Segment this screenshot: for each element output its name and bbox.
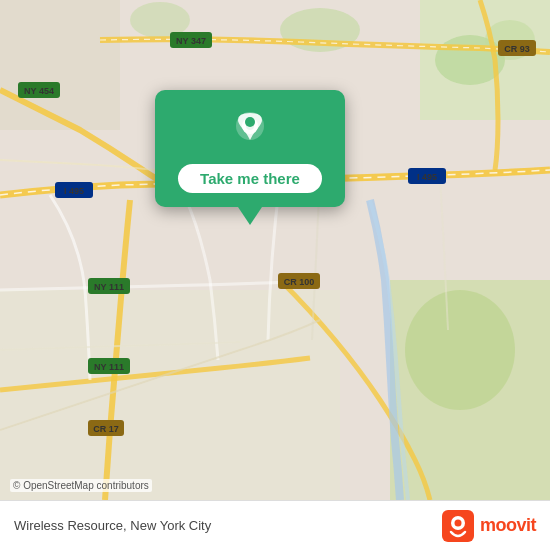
svg-text:NY 111: NY 111 [94,282,124,292]
location-pin-icon [228,108,272,152]
svg-text:CR 93: CR 93 [504,44,530,54]
svg-point-34 [454,519,461,526]
svg-rect-8 [0,290,340,500]
svg-text:NY 454: NY 454 [24,86,54,96]
moovit-icon [442,510,474,542]
svg-text:NY 111: NY 111 [94,362,124,372]
moovit-text: moovit [480,515,536,536]
moovit-logo[interactable]: moovit [442,510,536,542]
svg-text:CR 17: CR 17 [93,424,119,434]
osm-attribution: © OpenStreetMap contributors [10,479,152,492]
svg-text:I 495: I 495 [417,172,437,182]
svg-text:CR 100: CR 100 [284,277,315,287]
svg-text:NY 347: NY 347 [176,36,206,46]
take-me-there-button[interactable]: Take me there [178,164,322,193]
location-label: Wireless Resource, New York City [14,518,442,533]
map-background: I 495 I 495 NY 347 NY 454 CR 93 NY 111 N… [0,0,550,500]
popup-card[interactable]: Take me there [155,90,345,207]
svg-rect-9 [0,0,120,130]
map-container: I 495 I 495 NY 347 NY 454 CR 93 NY 111 N… [0,0,550,500]
svg-text:I 495: I 495 [64,186,84,196]
bottom-bar: Wireless Resource, New York City moovit [0,500,550,550]
svg-point-7 [405,290,515,410]
svg-point-31 [245,117,255,127]
